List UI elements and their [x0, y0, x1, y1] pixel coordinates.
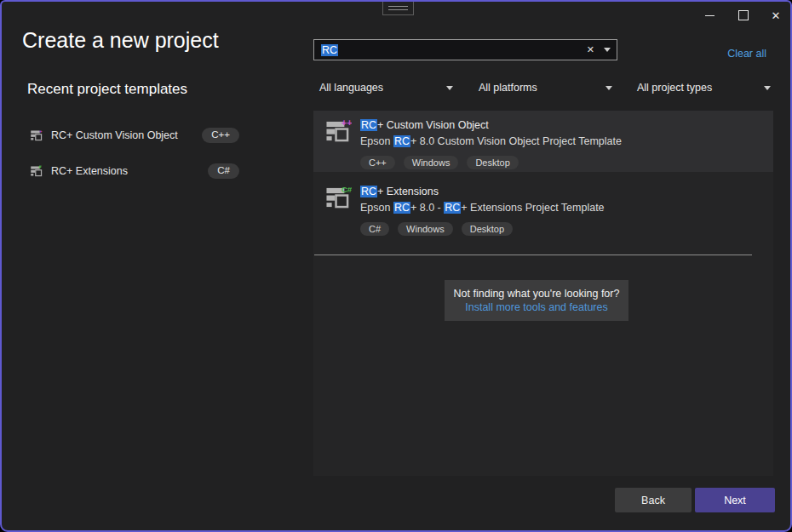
search-input[interactable]: RC ✕ [313, 39, 617, 60]
back-button[interactable]: Back [615, 488, 692, 512]
template-desc-text: Epson [360, 135, 393, 147]
close-button[interactable]: ✕ [761, 5, 790, 26]
clear-all-link[interactable]: Clear all [727, 48, 766, 60]
recent-item-extensions[interactable]: # RC+ Extensions C# [30, 161, 239, 181]
minimize-button[interactable] [695, 5, 724, 26]
template-title-text: + Extensions [377, 186, 439, 197]
tag-badge: Desktop [467, 156, 518, 169]
cpp-template-icon: ++ [324, 117, 352, 145]
recent-templates-heading: Recent project templates [27, 81, 187, 98]
close-icon: ✕ [772, 10, 781, 21]
svg-text:#: # [38, 164, 41, 169]
template-tags: C++ Windows Desktop [360, 156, 773, 169]
svg-text:++: ++ [341, 117, 352, 128]
filter-all-platforms[interactable]: All platforms [479, 80, 612, 95]
maximize-button[interactable] [729, 5, 758, 26]
chevron-down-icon [446, 86, 453, 90]
template-description: Epson RC+ 8.0 Custom Vision Object Proje… [360, 134, 773, 149]
language-pill: C++ [202, 128, 239, 143]
next-button[interactable]: Next [695, 488, 775, 512]
template-desc-text: + 8.0 - [410, 202, 444, 214]
drag-handle-line [388, 9, 408, 10]
template-title-text: + Custom Vision Object [377, 119, 489, 131]
maximize-icon [738, 10, 749, 20]
svg-text:+: + [39, 129, 43, 134]
create-project-dialog: ✕ Create a new project Recent project te… [0, 0, 792, 532]
search-match-highlight: RC [360, 119, 377, 131]
language-pill: C# [208, 163, 239, 179]
window-drag-handle[interactable] [382, 2, 414, 15]
filter-label: All languages [319, 82, 383, 94]
filter-all-languages[interactable]: All languages [319, 80, 453, 95]
template-tags: C# Windows Desktop [360, 222, 773, 236]
csharp-project-icon: # [30, 164, 43, 178]
search-value-selected: RC [321, 44, 338, 56]
svg-text:C#: C# [341, 185, 352, 194]
template-desc-text: Epson [360, 202, 393, 214]
search-match-highlight: RC [393, 202, 410, 214]
search-match-highlight: RC [360, 186, 377, 197]
search-match-highlight: RC [444, 202, 461, 214]
template-desc-text: + 8.0 Custom Vision Object Project Templ… [410, 135, 622, 147]
cpp-project-icon: + [30, 129, 43, 142]
template-row-extensions[interactable]: C# RC+ Extensions Epson RC+ 8.0 - RC+ Ex… [313, 172, 773, 239]
template-title: RC+ Extensions [360, 184, 773, 199]
tag-badge: C# [360, 222, 389, 236]
tag-badge: Desktop [462, 222, 513, 236]
template-description: Epson RC+ 8.0 - RC+ Extensions Project T… [360, 200, 773, 215]
drag-handle-line [388, 6, 408, 7]
tag-badge: Windows [404, 156, 459, 169]
recent-item-label: RC+ Custom Vision Object [51, 129, 202, 141]
search-match-highlight: RC [393, 135, 410, 147]
tag-badge: Windows [398, 222, 453, 236]
page-title: Create a new project [22, 28, 219, 53]
csharp-template-icon: C# [324, 184, 352, 211]
install-more-tools-link[interactable]: Install more tools and features [465, 301, 607, 313]
filter-label: All project types [637, 82, 712, 94]
template-row-custom-vision[interactable]: ++ RC+ Custom Vision Object Epson RC+ 8.… [313, 111, 773, 172]
not-finding-text: Not finding what you're looking for? [454, 288, 620, 300]
minimize-icon [705, 15, 715, 16]
filter-label: All platforms [479, 82, 537, 94]
template-title: RC+ Custom Vision Object [360, 117, 773, 133]
recent-item-custom-vision[interactable]: + RC+ Custom Vision Object C++ [30, 125, 239, 146]
tag-badge: C++ [360, 156, 395, 169]
template-results-panel: ++ RC+ Custom Vision Object Epson RC+ 8.… [313, 111, 773, 476]
recent-item-label: RC+ Extensions [51, 165, 208, 177]
template-desc-text: + Extensions Project Template [461, 202, 604, 214]
results-separator [314, 255, 752, 255]
not-finding-box: Not finding what you're looking for? Ins… [445, 280, 628, 321]
search-clear-icon[interactable]: ✕ [587, 45, 594, 54]
search-history-chevron-icon[interactable] [604, 48, 611, 52]
filter-all-project-types[interactable]: All project types [637, 80, 771, 95]
chevron-down-icon [605, 86, 612, 90]
chevron-down-icon [764, 86, 771, 90]
